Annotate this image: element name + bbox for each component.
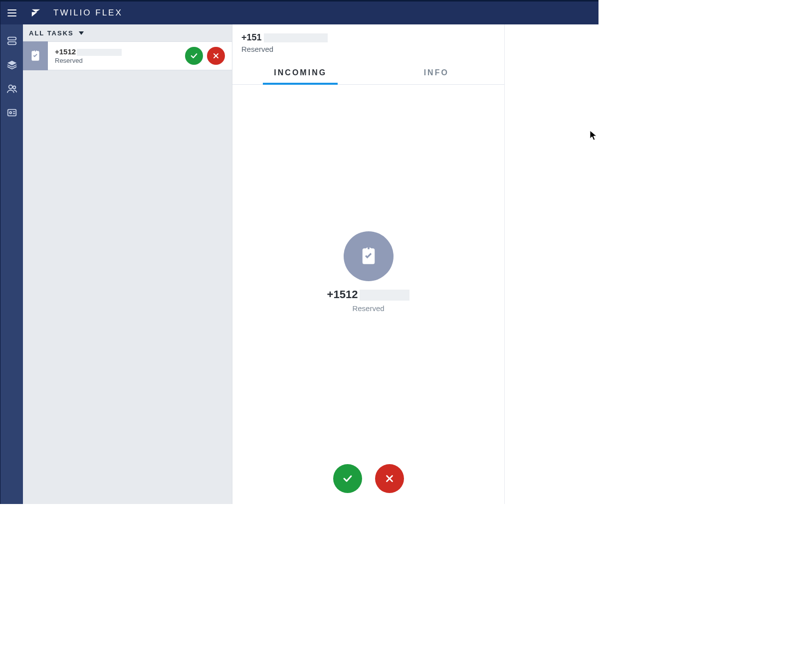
svg-point-3 [12, 86, 15, 89]
topbar: TWILIO FLEX [0, 1, 598, 24]
brand-title: TWILIO FLEX [53, 8, 123, 18]
detail-tabs: INCOMING INFO [232, 62, 504, 85]
reject-task-button[interactable] [207, 47, 225, 65]
task-meta: +1512 Reserved [48, 47, 185, 64]
accept-task-button[interactable] [185, 47, 203, 65]
close-icon [384, 473, 395, 484]
svg-rect-0 [7, 37, 16, 40]
task-filter-dropdown[interactable]: ALL TASKS [23, 24, 232, 41]
svg-rect-1 [7, 42, 16, 45]
chevron-down-icon [79, 31, 84, 35]
redacted-text [77, 49, 122, 56]
redacted-text [360, 290, 409, 301]
detail-actions [232, 459, 504, 493]
layers-icon [6, 59, 17, 70]
sidebar-item-agent-desktop[interactable] [6, 35, 17, 46]
sidebar-item-queues[interactable] [6, 59, 17, 70]
accept-call-button[interactable] [333, 464, 362, 493]
app-root: TWILIO FLEX [0, 0, 598, 504]
people-icon [6, 83, 17, 94]
main-panel: +151 Reserved INCOMING INFO +1512 Reserv… [232, 24, 598, 504]
task-avatar [23, 41, 48, 70]
reject-call-button[interactable] [375, 464, 404, 493]
tab-info[interactable]: INFO [369, 62, 505, 84]
incoming-status: Reserved [352, 304, 384, 313]
menu-icon[interactable] [7, 9, 16, 16]
right-empty-panel [505, 24, 598, 504]
check-icon [342, 473, 354, 485]
clipboard-check-icon [29, 49, 42, 62]
brand-logo [30, 7, 41, 18]
task-filter-label: ALL TASKS [29, 29, 74, 37]
sidebar-item-admin[interactable] [6, 107, 17, 118]
task-actions [185, 47, 232, 65]
redacted-text [264, 33, 328, 42]
task-phone: +1512 [55, 47, 185, 56]
tab-incoming[interactable]: INCOMING [232, 62, 369, 84]
incoming-body: +1512 Reserved [232, 85, 504, 459]
close-icon [212, 52, 220, 60]
tasks-icon [6, 35, 17, 46]
detail-status: Reserved [241, 45, 495, 53]
detail-phone: +151 [241, 32, 495, 43]
body: ALL TASKS +1512 Reserved [0, 24, 598, 504]
detail-header: +151 Reserved [232, 32, 504, 59]
sidebar-nav [0, 24, 23, 504]
svg-point-2 [8, 85, 12, 89]
incoming-avatar [344, 231, 394, 281]
flex-logo-icon [30, 7, 41, 18]
task-status: Reserved [55, 57, 185, 64]
incoming-phone: +1512 [327, 288, 410, 301]
task-list-panel: ALL TASKS +1512 Reserved [23, 24, 232, 504]
sidebar-item-teams[interactable] [6, 83, 17, 94]
task-card[interactable]: +1512 Reserved [23, 41, 232, 70]
check-icon [190, 51, 199, 60]
task-detail-panel: +151 Reserved INCOMING INFO +1512 Reserv… [232, 24, 505, 504]
clipboard-check-icon [358, 246, 379, 267]
svg-point-5 [9, 112, 11, 114]
id-card-icon [6, 107, 17, 118]
